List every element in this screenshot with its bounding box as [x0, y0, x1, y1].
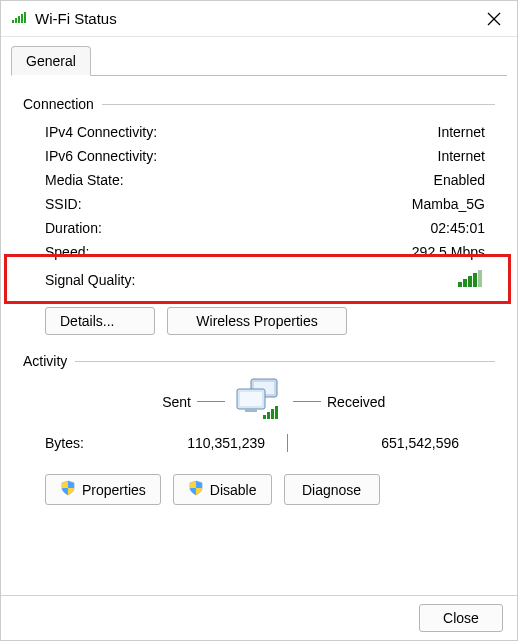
activity-heading-label: Activity: [23, 353, 67, 369]
ipv4-label: IPv4 Connectivity:: [45, 124, 235, 140]
tab-general[interactable]: General: [11, 46, 91, 76]
signal-label: Signal Quality:: [45, 272, 235, 288]
svg-rect-7: [458, 282, 462, 287]
close-footer-button[interactable]: Close: [419, 604, 503, 632]
divider-line: [102, 104, 495, 105]
svg-rect-16: [245, 409, 257, 412]
connection-heading-label: Connection: [23, 96, 94, 112]
bytes-separator: [265, 434, 309, 452]
received-label: Received: [327, 394, 447, 410]
activity-graphic-row: Sent Received: [23, 377, 495, 426]
speed-label: Speed:: [45, 244, 235, 260]
speed-row: Speed: 292.5 Mbps: [23, 240, 495, 264]
shield-icon: [188, 480, 204, 499]
ssid-value: Mamba_5G: [235, 196, 495, 212]
media-value: Enabled: [235, 172, 495, 188]
content-area: Connection IPv4 Connectivity: Internet I…: [1, 76, 517, 515]
media-label: Media State:: [45, 172, 235, 188]
duration-value: 02:45:01: [235, 220, 495, 236]
connection-buttons: Details... Wireless Properties: [23, 295, 495, 341]
duration-row: Duration: 02:45:01: [23, 216, 495, 240]
svg-rect-3: [21, 14, 23, 23]
svg-rect-10: [473, 273, 477, 287]
dash-line: [197, 401, 225, 402]
activity-heading: Activity: [23, 353, 495, 369]
svg-rect-11: [478, 270, 482, 287]
ipv6-value: Internet: [235, 148, 495, 164]
signal-value: [235, 268, 495, 291]
bytes-row: Bytes: 110,351,239 651,542,596: [23, 428, 495, 460]
svg-rect-8: [463, 279, 467, 287]
signal-bars-icon: [457, 268, 485, 288]
properties-button[interactable]: Properties: [45, 474, 161, 505]
action-buttons: Properties Disable Diagnose: [23, 460, 495, 515]
svg-rect-17: [263, 415, 266, 419]
ipv6-label: IPv6 Connectivity:: [45, 148, 235, 164]
close-icon: [487, 12, 501, 26]
svg-rect-20: [275, 406, 278, 419]
divider-line: [75, 361, 495, 362]
window-title: Wi-Fi Status: [35, 10, 471, 27]
wireless-properties-button[interactable]: Wireless Properties: [167, 307, 347, 335]
titlebar: Wi-Fi Status: [1, 1, 517, 37]
svg-rect-4: [24, 12, 26, 23]
diagnose-button[interactable]: Diagnose: [284, 474, 380, 505]
footer: Close: [1, 595, 517, 640]
ipv6-row: IPv6 Connectivity: Internet: [23, 144, 495, 168]
ipv4-value: Internet: [235, 124, 495, 140]
duration-label: Duration:: [45, 220, 235, 236]
svg-rect-0: [12, 20, 14, 23]
svg-rect-18: [267, 412, 270, 419]
bytes-sent: 110,351,239: [115, 435, 265, 451]
dash-line: [293, 401, 321, 402]
speed-value: 292.5 Mbps: [235, 244, 495, 260]
bytes-received: 651,542,596: [309, 435, 459, 451]
disable-button[interactable]: Disable: [173, 474, 272, 505]
computers-icon: [231, 377, 287, 426]
svg-rect-1: [15, 18, 17, 23]
signal-row: Signal Quality:: [23, 264, 495, 295]
svg-rect-9: [468, 276, 472, 287]
bytes-label: Bytes:: [45, 435, 115, 451]
svg-rect-15: [240, 392, 262, 406]
ssid-label: SSID:: [45, 196, 235, 212]
wifi-icon: [11, 10, 27, 27]
ssid-row: SSID: Mamba_5G: [23, 192, 495, 216]
svg-rect-2: [18, 16, 20, 23]
details-button[interactable]: Details...: [45, 307, 155, 335]
shield-icon: [60, 480, 76, 499]
ipv4-row: IPv4 Connectivity: Internet: [23, 120, 495, 144]
properties-label: Properties: [82, 482, 146, 498]
close-button[interactable]: [471, 1, 517, 37]
sent-label: Sent: [71, 394, 191, 410]
disable-label: Disable: [210, 482, 257, 498]
svg-rect-19: [271, 409, 274, 419]
media-row: Media State: Enabled: [23, 168, 495, 192]
connection-heading: Connection: [23, 96, 495, 112]
tab-row: General: [1, 37, 517, 75]
